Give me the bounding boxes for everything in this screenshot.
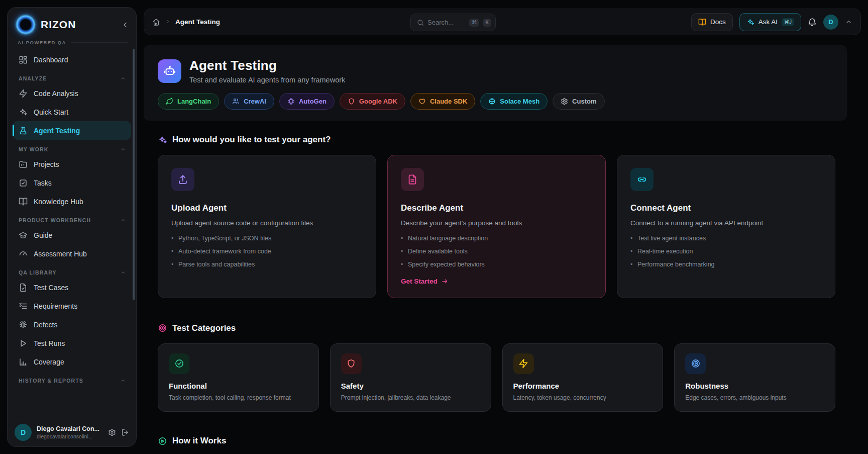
card-bullet: Python, TypeScript, or JSON files <box>171 234 363 243</box>
bar-chart-icon <box>19 357 28 367</box>
category-card-performance[interactable]: Performance Latency, token usage, concur… <box>502 343 664 412</box>
get-started-link[interactable]: Get Started <box>401 278 592 285</box>
sidebar-section-history-reports[interactable]: HISTORY & REPORTS <box>13 371 131 386</box>
connect-agent-card[interactable]: Connect Agent Connect to a running agent… <box>617 155 835 298</box>
section-label: QA LIBRARY <box>19 269 57 276</box>
category-card-robustness[interactable]: Robustness Edge cases, errors, ambiguous… <box>674 343 835 412</box>
badge-label: Solace Mesh <box>500 98 539 105</box>
sparkles-icon <box>19 108 28 117</box>
sidebar-item-test-runs[interactable]: Test Runs <box>13 334 131 352</box>
badge-label: Google ADK <box>359 98 397 105</box>
dashboard-grid-icon <box>19 55 28 64</box>
category-title: Safety <box>341 382 480 390</box>
search-input[interactable] <box>427 19 466 26</box>
user-meta: Diego Cavalari Con... diegocavalariconso… <box>37 425 103 439</box>
chip-icon <box>287 98 295 105</box>
avatar[interactable]: D <box>823 15 838 30</box>
badge-label: Claude SDK <box>430 98 467 105</box>
sidebar-logo-row: RIZON <box>8 8 136 39</box>
kbd-cmd-j: ⌘J <box>782 18 794 26</box>
category-description: Prompt injection, jailbreaks, data leaka… <box>341 394 480 402</box>
badge-crewai[interactable]: CrewAI <box>224 93 274 110</box>
sidebar-item-defects[interactable]: Defects <box>13 315 131 334</box>
chevron-up-icon <box>120 75 126 81</box>
sidebar-item-label: Assessment Hub <box>34 250 87 258</box>
upload-agent-card[interactable]: Upload Agent Upload agent source code or… <box>158 155 376 298</box>
sidebar-user-footer[interactable]: D Diego Cavalari Con... diegocavalaricon… <box>8 418 136 446</box>
badge-solace-mesh[interactable]: Solace Mesh <box>480 93 548 110</box>
badge-autogen[interactable]: AutoGen <box>279 93 335 110</box>
sidebar-item-code-analysis[interactable]: Code Analysis <box>13 84 131 103</box>
sidebar: RIZON AI-POWERED QA Dashboard ANALYZE Co… <box>7 7 137 447</box>
users-icon <box>232 98 240 105</box>
sidebar-item-test-cases[interactable]: Test Cases <box>13 278 131 297</box>
sidebar-item-projects[interactable]: Projects <box>13 155 131 173</box>
choose-method-section: How would you like to test your agent? U… <box>144 135 861 446</box>
sidebar-item-label: Test Runs <box>34 339 65 347</box>
sidebar-item-quick-start[interactable]: Quick Start <box>13 103 131 121</box>
describe-agent-card[interactable]: Describe Agent Describe your agent's pur… <box>387 155 606 298</box>
ask-ai-button[interactable]: Ask AI ⌘J <box>739 13 801 31</box>
sidebar-item-agent-testing[interactable]: Agent Testing <box>13 121 131 140</box>
sidebar-item-assessment-hub[interactable]: Assessment Hub <box>13 244 131 263</box>
badge-custom[interactable]: Custom <box>553 93 604 110</box>
avatar[interactable]: D <box>15 424 32 441</box>
sidebar-section-analyze[interactable]: ANALYZE <box>13 69 131 84</box>
sidebar-item-label: Requirements <box>34 302 77 310</box>
check-circle-icon <box>174 358 184 369</box>
logout-icon[interactable] <box>121 428 129 436</box>
page-title: Agent Testing <box>189 58 345 73</box>
category-title: Robustness <box>685 382 824 390</box>
category-description: Edge cases, errors, ambiguous inputs <box>685 394 824 402</box>
breadcrumb-current[interactable]: Agent Testing <box>175 18 220 26</box>
sidebar-section-my-work[interactable]: MY WORK <box>13 140 131 155</box>
main-content: Agent Testing Test and evaluate AI agent… <box>144 45 861 454</box>
sidebar-item-tasks[interactable]: Tasks <box>13 173 131 192</box>
brand-name: RIZON <box>41 19 117 31</box>
kbd-k: K <box>483 19 491 27</box>
docs-button[interactable]: Docs <box>691 13 733 31</box>
sidebar-item-guide[interactable]: Guide <box>13 226 131 244</box>
sidebar-item-label: Quick Start <box>34 108 68 116</box>
framework-badges: LangChain CrewAI AutoGen Google ADK Clau… <box>158 93 833 110</box>
sidebar-item-dashboard[interactable]: Dashboard <box>13 50 131 69</box>
shield-icon <box>348 98 355 105</box>
kbd-cmd: ⌘ <box>469 19 479 27</box>
card-bullet: Real-time execution <box>630 247 822 256</box>
card-description: Upload agent source code or configuratio… <box>171 219 363 227</box>
topbar: Agent Testing ⌘ K Docs Ask AI ⌘J D <box>144 9 861 35</box>
sidebar-item-label: Guide <box>34 231 52 239</box>
zap-icon <box>518 358 528 369</box>
notifications-bell-icon[interactable] <box>808 18 817 27</box>
badge-langchain[interactable]: LangChain <box>158 93 219 110</box>
link-icon <box>636 174 647 185</box>
section-label: ANALYZE <box>19 75 47 81</box>
sidebar-item-requirements[interactable]: Requirements <box>13 297 131 315</box>
gear-icon[interactable] <box>108 428 116 436</box>
search-box[interactable]: ⌘ K <box>410 14 496 31</box>
chevron-up-button[interactable] <box>845 18 852 26</box>
sidebar-collapse-button[interactable] <box>122 21 129 29</box>
badge-claude-sdk[interactable]: Claude SDK <box>410 93 475 110</box>
sidebar-section-qa-library[interactable]: QA LIBRARY <box>13 263 131 278</box>
category-card-functional[interactable]: Functional Task completion, tool calling… <box>158 343 319 412</box>
search-icon <box>417 19 424 26</box>
list-checks-icon <box>19 302 28 311</box>
category-description: Task completion, tool calling, response … <box>169 394 308 402</box>
sidebar-section-product-workbench[interactable]: PRODUCT WORKBENCH <box>13 211 131 226</box>
section-heading: How it Works <box>172 436 226 446</box>
badge-google-adk[interactable]: Google ADK <box>340 93 405 110</box>
home-icon[interactable] <box>152 18 160 26</box>
safety-icon-tile <box>341 353 362 374</box>
sidebar-scrollbar[interactable] <box>133 49 135 300</box>
docs-label: Docs <box>710 18 726 26</box>
sidebar-item-knowledge-hub[interactable]: Knowledge Hub <box>13 192 131 211</box>
card-bullets: Python, TypeScript, or JSON files Auto-d… <box>171 234 363 269</box>
category-card-safety[interactable]: Safety Prompt injection, jailbreaks, dat… <box>330 343 491 412</box>
user-email: diegocavalariconsolini... <box>37 433 103 439</box>
sidebar-item-label: Projects <box>34 160 59 168</box>
badge-label: Custom <box>572 98 596 105</box>
sidebar-item-coverage[interactable]: Coverage <box>13 352 131 371</box>
divider <box>71 42 128 43</box>
card-bullet: Specify expected behaviors <box>401 260 592 269</box>
